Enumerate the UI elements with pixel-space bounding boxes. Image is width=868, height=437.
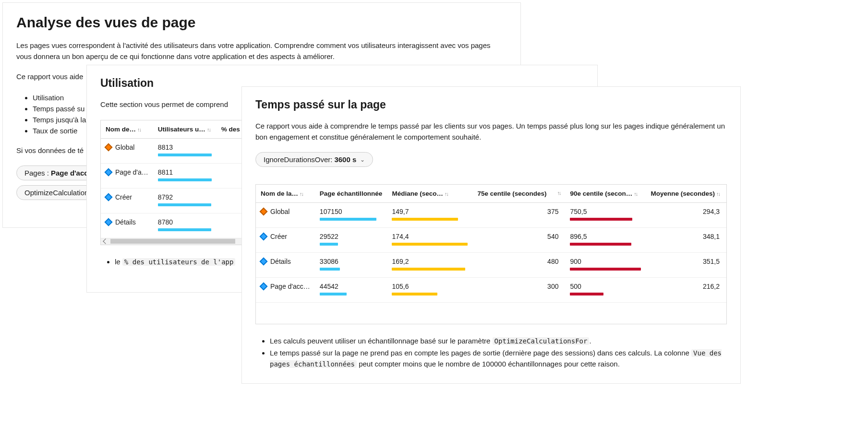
col-name[interactable]: Nom de…↑↓ — [101, 120, 153, 139]
pill-value: OptimizeCalculations — [24, 189, 92, 197]
row-name: Page d'a… — [115, 168, 148, 176]
col-median[interactable]: Médiane (seco…↑↓ — [387, 185, 472, 203]
col-sampled[interactable]: Page échantillonnée — [315, 185, 387, 203]
users-cell: 8813 — [158, 143, 212, 156]
col-users[interactable]: Utilisateurs u…↑↓ — [153, 120, 217, 139]
scroll-left-icon[interactable] — [103, 238, 108, 244]
page-title: Analyse des vues de page — [16, 14, 507, 31]
table-row[interactable]: Page d'acc…44542105,6300500216,2 — [256, 278, 726, 303]
users-value: 8813 — [158, 143, 212, 151]
col-p90[interactable]: 90e centile (secon…↑↓ — [565, 185, 646, 203]
row-label: Global — [261, 208, 310, 215]
bar — [320, 243, 338, 246]
users-cell: 8811 — [158, 168, 212, 181]
sampled-cell: 44542 — [320, 283, 383, 295]
diamond-icon — [260, 233, 268, 241]
p90-value: 896,5 — [570, 233, 641, 240]
col-name[interactable]: Nom de la…↑↓ — [256, 185, 315, 203]
sampled-value: 44542 — [320, 283, 383, 290]
median-value: 174,4 — [392, 233, 468, 240]
table-row[interactable]: Créer29522174,4540896,5348,1 — [256, 228, 726, 253]
diamond-icon — [105, 168, 113, 176]
bar — [392, 243, 468, 246]
note-item: Les calculs peuvent utiliser un échantil… — [270, 336, 727, 347]
col-p75[interactable]: 75e centile (secondes)↑↓ — [472, 185, 565, 203]
diamond-icon — [260, 258, 268, 266]
sort-icon: ↑↓ — [445, 191, 448, 197]
row-label: Détails — [106, 218, 148, 226]
users-value: 8780 — [158, 218, 212, 226]
p90-value: 500 — [570, 283, 641, 290]
row-label: Page d'a… — [106, 168, 148, 176]
sort-icon: ↑↓ — [300, 191, 303, 197]
median-cell: 174,4 — [392, 233, 468, 246]
bar — [158, 228, 211, 231]
bar — [158, 203, 211, 206]
bar — [320, 293, 347, 295]
diamond-icon — [260, 283, 268, 291]
sampled-cell: 33086 — [320, 258, 383, 271]
bar — [392, 268, 465, 271]
diamond-icon — [260, 208, 268, 216]
sort-icon: ↑↓ — [716, 191, 720, 197]
median-cell: 169,2 — [392, 258, 468, 271]
ignore-durations-pill[interactable]: IgnoreDurationsOver: 3600 s ⌄ — [255, 152, 373, 167]
row-name: Page d'acc… — [270, 283, 310, 290]
bar — [392, 218, 458, 221]
sampled-value: 33086 — [320, 258, 383, 265]
row-name: Créer — [115, 193, 132, 201]
time-notes: Les calculs peuvent utiliser un échantil… — [255, 336, 727, 370]
pill-value: 3600 s — [334, 155, 356, 164]
p90-cell: 500 — [570, 283, 641, 295]
row-label: Page d'acc… — [261, 283, 310, 290]
avg-cell: 294,3 — [646, 203, 726, 228]
table-row[interactable]: Global107150149,7375750,5294,3 — [256, 203, 726, 228]
p90-cell: 750,5 — [570, 208, 641, 221]
users-value: 8792 — [158, 193, 212, 201]
code-span: OptimizeCalculationsFor — [493, 337, 590, 345]
users-cell: 8780 — [158, 218, 212, 231]
median-value: 169,2 — [392, 258, 468, 265]
bar — [320, 218, 376, 221]
bar — [392, 293, 437, 295]
section-desc: Ce rapport vous aide à comprendre le tem… — [255, 121, 727, 142]
sort-icon: ↑↓ — [207, 127, 210, 132]
code-span: Vue des pages échantillonnées — [270, 349, 722, 368]
intro-text: Les pages vues correspondent à l'activit… — [16, 40, 507, 62]
pill-label: Pages : — [24, 169, 49, 177]
row-label: Détails — [261, 258, 310, 265]
bar — [158, 178, 212, 181]
chevron-down-icon: ⌄ — [360, 156, 365, 163]
row-name: Global — [115, 143, 134, 151]
p75-cell: 540 — [472, 228, 565, 253]
section-title: Temps passé sur la page — [255, 98, 727, 111]
avg-cell: 216,2 — [646, 278, 726, 303]
median-value: 105,6 — [392, 283, 468, 290]
bar — [570, 218, 632, 221]
table-row[interactable]: Détails33086169,2480900351,5 — [256, 253, 726, 278]
code-span: % des utilisateurs de l'app — [122, 258, 236, 266]
users-cell: 8792 — [158, 193, 212, 206]
bar — [570, 293, 603, 295]
p90-value: 750,5 — [570, 208, 641, 215]
median-cell: 105,6 — [392, 283, 468, 295]
col-avg[interactable]: Moyenne (secondes)↑↓ — [646, 185, 726, 203]
sort-icon: ↑↓ — [634, 191, 637, 197]
avg-cell: 351,5 — [646, 253, 726, 278]
sort-icon: ↑↓ — [137, 127, 141, 132]
sampled-cell: 107150 — [320, 208, 383, 221]
row-name: Détails — [115, 218, 136, 226]
bar — [320, 268, 340, 271]
median-cell: 149,7 — [392, 208, 468, 221]
row-label: Créer — [261, 233, 310, 240]
row-name: Détails — [270, 258, 291, 265]
p75-cell: 480 — [472, 253, 565, 278]
scroll-thumb[interactable] — [110, 239, 235, 244]
pill-label: IgnoreDurationsOver: — [264, 155, 332, 164]
time-on-page-panel: Temps passé sur la page Ce rapport vous … — [241, 86, 741, 384]
bar — [158, 154, 212, 156]
p90-cell: 900 — [570, 258, 641, 271]
p90-cell: 896,5 — [570, 233, 641, 246]
p90-value: 900 — [570, 258, 641, 265]
row-label: Global — [106, 143, 148, 151]
